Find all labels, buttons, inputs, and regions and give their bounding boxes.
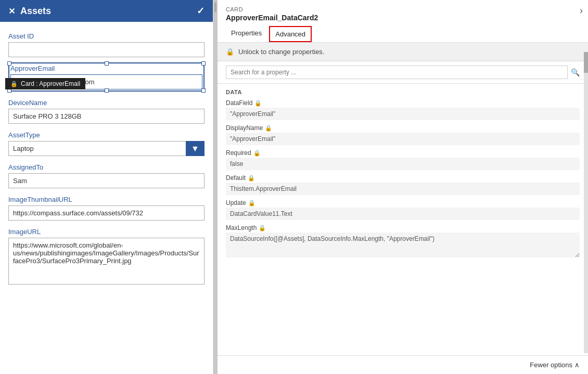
- prop-row-maxlength: MaxLength 🔒: [218, 222, 588, 261]
- lock-banner-icon: 🔒: [226, 48, 234, 56]
- field-textarea-image-url[interactable]: [8, 238, 204, 285]
- lock-banner-text: Unlock to change properties.: [238, 48, 324, 56]
- field-group-device-name: DeviceName: [8, 99, 204, 124]
- handle-br: [201, 88, 206, 93]
- right-body: 🔒 Unlock to change properties. 🔍 DATA Da…: [218, 43, 588, 355]
- field-input-image-thumbnail-url[interactable]: [8, 205, 204, 221]
- right-scrollbar[interactable]: [584, 52, 588, 353]
- prop-row-default: Default 🔒: [218, 172, 588, 197]
- field-label-image-url: ImageURL: [8, 228, 204, 236]
- field-group-asset-id: Asset ID: [8, 32, 204, 57]
- prop-lock-required: 🔒: [253, 150, 261, 157]
- right-scrollbar-thumb: [584, 52, 588, 73]
- field-label-approver-email: ApproverEmail: [10, 65, 202, 72]
- field-group-assigned-to: AssignedTo: [8, 163, 204, 188]
- field-input-device-name[interactable]: [8, 109, 204, 124]
- prop-label-update: Update 🔒: [226, 199, 580, 207]
- field-input-asset-id[interactable]: [8, 42, 204, 57]
- handle-tl: [7, 61, 11, 66]
- field-label-image-thumbnail-url: ImageThumbnailURL: [8, 196, 204, 203]
- prop-lock-displayname: 🔒: [265, 125, 272, 132]
- lock-banner: 🔒 Unlock to change properties.: [218, 43, 588, 61]
- field-input-assigned-to[interactable]: [8, 173, 204, 188]
- handle-tc: [105, 61, 109, 66]
- prop-label-datafield: DataField 🔒: [226, 99, 580, 107]
- field-input-asset-type[interactable]: [8, 141, 186, 156]
- field-label-asset-id: Asset ID: [8, 32, 204, 40]
- prop-label-displayname: DisplayName 🔒: [226, 124, 580, 132]
- prop-value-update[interactable]: [226, 208, 580, 220]
- card-title: ApproverEmail_DataCard2: [218, 14, 588, 26]
- card-tooltip: 🔒 Card : ApproverEmail: [5, 78, 85, 89]
- prop-label-required: Required 🔒: [226, 149, 580, 157]
- search-input[interactable]: [226, 66, 568, 79]
- prop-lock-default: 🔒: [248, 175, 255, 182]
- left-panel: ✕ Assets ✓ 🔒 Card : ApproverEmail Asset …: [0, 0, 213, 374]
- field-group-image-url: ImageURL: [8, 228, 204, 286]
- prop-lock-update: 🔒: [248, 200, 255, 207]
- prop-lock-maxlength: 🔒: [259, 225, 266, 231]
- prop-value-default[interactable]: [226, 183, 580, 195]
- confirm-icon[interactable]: ✓: [197, 5, 204, 17]
- left-header: ✕ Assets ✓: [0, 0, 213, 22]
- field-label-assigned-to: AssignedTo: [8, 163, 204, 171]
- card-label: CARD: [218, 0, 588, 14]
- prop-row-displayname: DisplayName 🔒: [218, 122, 588, 147]
- prop-value-maxlength[interactable]: [226, 233, 580, 257]
- close-icon[interactable]: ✕: [8, 6, 15, 16]
- tab-advanced[interactable]: Advanced: [269, 26, 312, 42]
- middle-divider: [213, 0, 218, 374]
- prop-row-update: Update 🔒: [218, 197, 588, 222]
- tab-properties[interactable]: Properties: [226, 26, 267, 42]
- nav-arrow[interactable]: ›: [580, 5, 583, 16]
- prop-value-required[interactable]: [226, 158, 580, 170]
- prop-value-displayname[interactable]: [226, 133, 580, 145]
- prop-lock-datafield: 🔒: [254, 100, 262, 107]
- chevron-up-icon: ∧: [574, 361, 580, 369]
- prop-row-datafield: DataField 🔒: [218, 97, 588, 122]
- field-dropdown-btn-asset-type[interactable]: ▼: [186, 141, 204, 156]
- fewer-options-button[interactable]: Fewer options ∧: [530, 361, 580, 369]
- fewer-options-label: Fewer options: [530, 361, 572, 369]
- panel-title: Assets: [20, 6, 51, 17]
- prop-value-datafield[interactable]: [226, 108, 580, 120]
- handle-tr: [201, 61, 206, 66]
- search-bar: 🔍: [218, 61, 588, 84]
- prop-row-required: Required 🔒: [218, 147, 588, 172]
- right-tabs: Properties Advanced: [218, 26, 588, 43]
- section-label-data: DATA: [218, 84, 588, 97]
- tooltip-text: Card : ApproverEmail: [21, 80, 80, 87]
- field-select-wrap-asset-type: ▼: [8, 141, 204, 156]
- prop-label-maxlength: MaxLength 🔒: [226, 224, 580, 231]
- tooltip-lock-icon: 🔒: [10, 81, 18, 87]
- field-label-device-name: DeviceName: [8, 99, 204, 107]
- field-group-image-thumbnail-url: ImageThumbnailURL: [8, 196, 204, 221]
- left-content: 🔒 Card : ApproverEmail Asset ID Approver…: [0, 22, 213, 374]
- scroll-thumb: [214, 2, 216, 12]
- right-footer: Fewer options ∧: [218, 355, 588, 374]
- prop-label-default: Default 🔒: [226, 174, 580, 182]
- search-icon: 🔍: [571, 68, 580, 76]
- field-group-asset-type: AssetType ▼: [8, 131, 204, 156]
- handle-bc: [105, 88, 109, 93]
- field-label-asset-type: AssetType: [8, 131, 204, 139]
- right-panel: › CARD ApproverEmail_DataCard2 Propertie…: [218, 0, 588, 374]
